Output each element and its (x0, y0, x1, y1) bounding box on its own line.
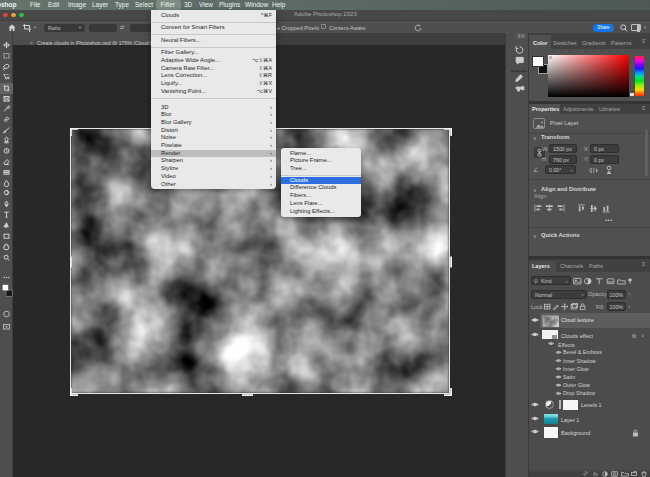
svg-text:fx: fx (593, 471, 599, 477)
